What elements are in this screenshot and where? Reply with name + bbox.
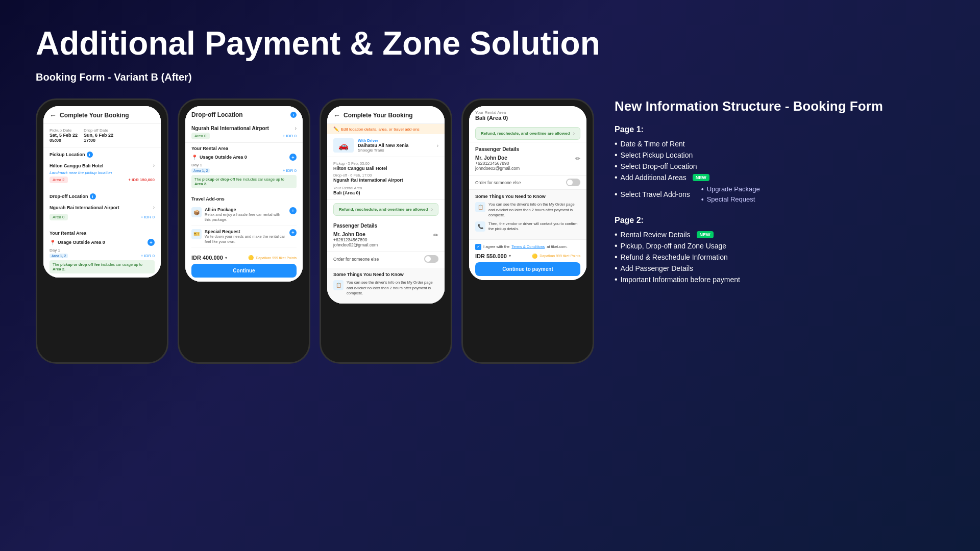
- phone4-refund-bar[interactable]: Refund, reschedule, and overtime are all…: [475, 127, 580, 140]
- phone4-coin-icon: 🟡: [532, 254, 537, 259]
- page2-item-4: Add Passenger Details: [615, 263, 944, 274]
- phone2-travel-addons-label: Travel Add-ons: [191, 196, 297, 202]
- phone3-passenger-email: johndoe02@gmail.com: [333, 242, 378, 247]
- page1-item-5: Select Travel Add-ons Upgrade Package Sp…: [615, 183, 944, 206]
- phone3-passenger-name: Mr. John Doe: [333, 232, 378, 237]
- dropoff-date-label: Drop-off Date: [84, 128, 113, 133]
- phone3-refund-bar[interactable]: Refund, reschedule, and overtime are all…: [333, 203, 438, 216]
- phone4-chevron-down-icon[interactable]: ▾: [509, 254, 511, 258]
- car-name: Daihatsu All New Xenia: [358, 143, 408, 148]
- page-title: Additional Payment & Zone Solution: [36, 26, 944, 61]
- dropoff-area-price: + IDR 0: [141, 215, 155, 219]
- phone4-tiket-text: at tiket.com.: [547, 244, 567, 249]
- addon1-icon: 📦: [191, 207, 202, 217]
- dropoff-info-icon[interactable]: i: [90, 193, 96, 199]
- phone4-thing1: 📋 You can see the driver's info on the M…: [475, 202, 580, 218]
- phone3-pickup-label: Pickup · 5 Feb, 05:00: [333, 161, 438, 166]
- page1-list: Date & Time of Rent Select Pickup Locati…: [615, 138, 944, 206]
- phone4-thing2: 📞 Then, the vendor or driver will contac…: [475, 221, 580, 232]
- phone4-pay-button[interactable]: Continue to payment: [475, 262, 580, 276]
- pickup-date-label: Pickup Date: [50, 128, 78, 133]
- phone4-agree-text: I agree with the: [483, 244, 509, 249]
- phone3-refund-text: Refund, reschedule, and overtime are all…: [339, 207, 428, 212]
- phone3-dropoff-value: Ngurah Rai International Airport: [333, 178, 438, 183]
- phone4-thing1-icon: 📋: [475, 202, 485, 212]
- phone4-edit-passenger-icon[interactable]: ✏: [575, 155, 580, 162]
- phone4-order-someone: Order for someone else: [475, 180, 521, 185]
- phone4-terms-link[interactable]: Terms & Conditions: [511, 244, 545, 249]
- phone-2: Drop-off Location i Ngurah Rai Internati…: [178, 98, 310, 364]
- phone3-pickup-value: Hilton Canggu Bali Hotel: [333, 166, 438, 171]
- thing1-text: You can see the driver's info on the My …: [347, 280, 438, 296]
- phone2-usage-label: Usage Outside Area 0: [200, 155, 247, 160]
- page1-item-4: Add Additional Areas NEW: [615, 172, 944, 183]
- location-pin-icon: 📍: [50, 240, 56, 245]
- phone2-info-icon[interactable]: i: [290, 112, 297, 118]
- phone3-back-icon[interactable]: ←: [333, 111, 340, 119]
- phone2-continue-button[interactable]: Continue: [191, 264, 297, 278]
- section-subtitle: Booking Form - Variant B (After): [36, 71, 944, 83]
- car-vendor: Shoogle Trans: [358, 148, 408, 153]
- phone4-passenger-email: johndoe02@gmail.com: [475, 166, 520, 171]
- page2-item-3: Refund & Reschedule Information: [615, 252, 944, 263]
- phone4-rental-area-value: Bali (Area 0): [475, 115, 580, 121]
- phone4-passenger-name: Mr. John Doe: [475, 155, 520, 161]
- area-tags: Area 1, 2: [50, 254, 68, 258]
- phone-3: ← Complete Your Booking ✏️ Edit location…: [320, 98, 452, 364]
- phone4-toggle[interactable]: [566, 179, 580, 186]
- phone4-refund-chevron-icon: ›: [573, 131, 575, 136]
- page2-new-badge: NEW: [697, 231, 714, 238]
- phone2-chevron-down-icon[interactable]: ▾: [225, 256, 227, 260]
- page1-new-badge: NEW: [693, 174, 709, 181]
- phone3-rental-area-label: Your Rental Area: [333, 186, 362, 190]
- page1-item-3: Select Drop-off Location: [615, 161, 944, 172]
- phone4-things-title: Some Things You Need to Know: [475, 194, 580, 199]
- landmark-text: Landmark near the pickup location: [50, 170, 155, 175]
- phone2-pin-icon: 📍: [191, 155, 198, 160]
- usage-label: Usage Outside Area 0: [58, 240, 105, 245]
- phone1-header: Complete Your Booking: [60, 112, 129, 119]
- page1-sub-2: Special Request: [701, 194, 760, 205]
- phone3-things-title: Some Things You Need to Know: [333, 272, 438, 277]
- page2-label: Page 2:: [615, 216, 944, 225]
- phone4-passenger-title: Passenger Details: [475, 146, 580, 152]
- phone2-chevron-icon: ›: [295, 126, 297, 131]
- pickup-info-icon[interactable]: i: [87, 152, 93, 158]
- addon2-icon: 🎫: [191, 229, 202, 239]
- area-badge-red: Area 2: [50, 177, 68, 183]
- phone2-price: IDR 400.000: [191, 255, 223, 261]
- pickup-time: 05:00: [50, 138, 78, 143]
- pickup-date: Sat, 5 Feb 22: [50, 133, 78, 138]
- phone3-edit-passenger-icon[interactable]: ✏: [433, 232, 438, 239]
- phone2-rental-label: Your Rental Area: [191, 146, 297, 151]
- phone4-price: IDR 550.000: [475, 253, 507, 259]
- refund-chevron-icon: ›: [431, 207, 433, 212]
- phone3-edit-bar[interactable]: Edit location details, area, or travel a…: [341, 127, 420, 132]
- car-image: 🚗: [333, 138, 354, 153]
- pickup-location-label: Pickup Location: [50, 152, 85, 157]
- page1-sub-1: Upgrade Package: [701, 184, 760, 194]
- add-area-button[interactable]: +: [148, 239, 155, 246]
- phone2-add-area-button[interactable]: +: [289, 154, 297, 161]
- phone4-refund-text: Refund, reschedule, and overtime are all…: [481, 131, 570, 136]
- page2-item-2: Pickup, Drop-off and Zone Usage: [615, 240, 944, 252]
- edit-icon: ✏️: [333, 127, 339, 132]
- addon1-add-button[interactable]: +: [289, 207, 297, 214]
- info-panel-title: New Information Structure - Booking Form: [615, 98, 944, 114]
- phone-1: ← Complete Your Booking Pickup Date Sat,…: [36, 98, 168, 364]
- dropoff-chevron-icon: ›: [153, 205, 155, 210]
- dropoff-area-badge: Area 0: [50, 214, 68, 220]
- phone3-toggle[interactable]: [424, 255, 438, 263]
- phone2-idr: + IDR 0: [283, 134, 297, 138]
- phone4-rental-area-label: Your Rental Area: [475, 110, 580, 115]
- phone2-area-tags: Area 1, 2: [191, 168, 210, 173]
- addon2-add-button[interactable]: +: [289, 229, 297, 236]
- phone4-passenger-phone: +6281234567890: [475, 161, 520, 166]
- phone4-checkbox[interactable]: ✓: [475, 244, 481, 250]
- phone2-area-badge: Area 0: [191, 133, 210, 139]
- page2-item-1: Rental Review Details NEW: [615, 229, 944, 240]
- phone3-passenger-title: Passenger Details: [333, 223, 438, 229]
- phone4-thing1-text: You can see the driver's info on the My …: [488, 202, 580, 218]
- back-arrow-icon[interactable]: ←: [50, 111, 57, 119]
- pickup-location-name: Hilton Canggu Bali Hotel: [50, 163, 104, 168]
